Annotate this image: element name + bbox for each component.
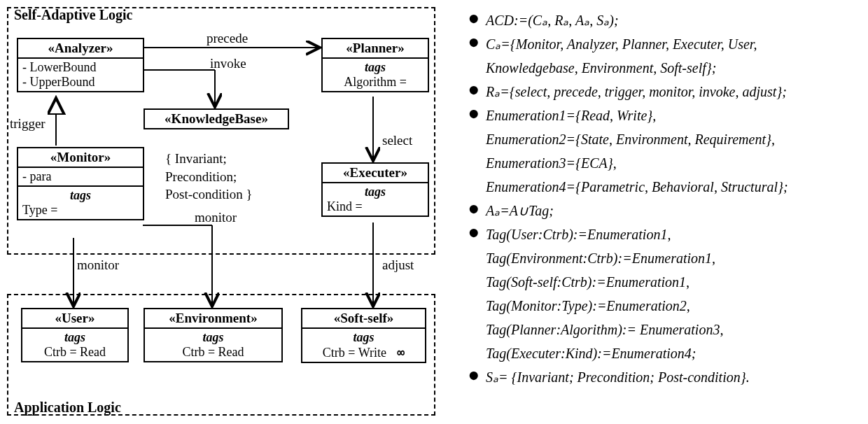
rules-list: ●ACD:=(Cₐ, Rₐ, Aₐ, Sₐ); ●Cₐ={Monitor, An… bbox=[462, 8, 861, 389]
edge-precede: precede bbox=[206, 31, 248, 46]
rule-5: Tag(User:Ctrb):=Enumeration1, Tag(Enviro… bbox=[486, 222, 861, 365]
edge-monitor1: monitor bbox=[195, 210, 237, 225]
rule-4: Aₐ=A∪Tag; bbox=[486, 199, 861, 222]
edge-trigger: trigger bbox=[10, 116, 46, 132]
edge-adjust: adjust bbox=[382, 257, 414, 273]
rule-2: Rₐ={select, precede, trigger, monitor, i… bbox=[486, 80, 861, 104]
edge-select: select bbox=[382, 133, 412, 148]
edge-invoke: invoke bbox=[210, 56, 246, 71]
rule-0: ACD:=(Cₐ, Rₐ, Aₐ, Sₐ); bbox=[486, 8, 861, 32]
rule-1: Cₐ={Monitor, Analyzer, Planner, Executer… bbox=[486, 32, 861, 80]
rule-6: Sₐ= {Invariant; Precondition; Post-condi… bbox=[486, 365, 861, 389]
rule-3: Enumeration1={Read, Write}, Enumeration2… bbox=[486, 104, 861, 199]
diagram-area: Self-Adaptive Logic Application Logic «A… bbox=[7, 7, 441, 417]
edge-monitor2: monitor bbox=[77, 257, 119, 273]
